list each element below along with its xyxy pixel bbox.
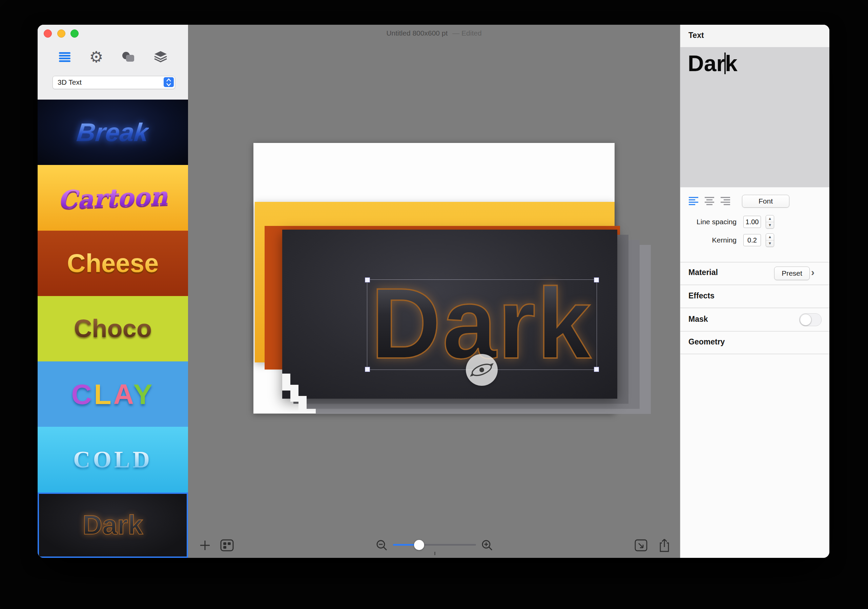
- document-title: Untitled 800x600 pt: [386, 29, 448, 37]
- selection-handle-topleft[interactable]: [365, 277, 370, 282]
- preset-cartoon[interactable]: Cartoon: [37, 165, 188, 230]
- preset-break[interactable]: Break: [37, 99, 188, 165]
- text-cursor: [724, 53, 726, 74]
- line-spacing-input[interactable]: 1.00: [743, 216, 761, 228]
- preset-dark-selected[interactable]: Dark: [37, 493, 188, 558]
- style-dropdown[interactable]: 3D Text: [53, 76, 175, 89]
- preset-list: Break Cartoon Cheese Choco CLAY COLD Dar…: [37, 99, 188, 558]
- preset-cheese-label: Cheese: [67, 250, 158, 276]
- templates-button[interactable]: [220, 538, 234, 553]
- section-divider: [680, 285, 829, 285]
- minimize-window-button[interactable]: [57, 29, 65, 37]
- preset-cold[interactable]: COLD: [37, 427, 188, 492]
- line-spacing-stepper[interactable]: ▲▼: [766, 215, 774, 229]
- share-export-icon[interactable]: [657, 538, 672, 553]
- section-divider: [680, 262, 829, 262]
- inspector-panel: Text Dark: [680, 25, 829, 558]
- resize-canvas-icon[interactable]: [634, 538, 648, 553]
- align-left-icon[interactable]: [688, 196, 699, 206]
- text-edit-area[interactable]: Dark: [680, 47, 829, 187]
- canvas-page-step: [282, 373, 290, 391]
- line-spacing-label: Line spacing: [680, 218, 736, 226]
- zoom-slider[interactable]: [393, 544, 476, 545]
- text-edit-value: Dark: [688, 51, 738, 76]
- selection-handle-bottomright[interactable]: [594, 367, 599, 372]
- preset-choco-label: Choco: [74, 316, 152, 341]
- selection-handle-bottomleft[interactable]: [365, 367, 370, 372]
- kerning-input[interactable]: 0.2: [743, 234, 761, 246]
- style-dropdown-value: 3D Text: [57, 76, 82, 88]
- preset-cartoon-label: Cartoon: [57, 184, 168, 212]
- shapes-icon[interactable]: [121, 50, 136, 64]
- layers-icon[interactable]: [153, 50, 168, 64]
- canvas-page-step: [299, 396, 307, 413]
- preset-break-label: Break: [76, 119, 150, 145]
- section-divider: [680, 353, 829, 354]
- preset-clay[interactable]: CLAY: [37, 361, 188, 427]
- presets-list-icon[interactable]: [57, 50, 72, 64]
- sidebar: ⚙︎ 3D Text: [37, 25, 188, 558]
- inspector-header: Text: [680, 25, 829, 47]
- zoom-slider-knob[interactable]: [414, 540, 424, 550]
- inspector-header-title: Text: [688, 31, 704, 40]
- close-window-button[interactable]: [44, 29, 52, 37]
- align-center-icon[interactable]: [704, 196, 715, 206]
- rotate-3d-control[interactable]: [466, 354, 498, 386]
- kerning-stepper[interactable]: ▲▼: [766, 233, 774, 247]
- align-right-icon[interactable]: [720, 196, 730, 206]
- kerning-label: Kerning: [680, 236, 736, 244]
- document-edited-badge: — Edited: [452, 29, 481, 37]
- preset-dark-label: Dark: [83, 511, 143, 539]
- material-preset-button[interactable]: Preset: [774, 267, 810, 280]
- mask-toggle[interactable]: [799, 313, 822, 326]
- settings-gear-icon[interactable]: ⚙︎: [89, 50, 104, 64]
- zoom-out-icon[interactable]: [374, 538, 389, 553]
- zoom-window-button[interactable]: [70, 29, 79, 37]
- sidebar-header: ⚙︎ 3D Text: [37, 25, 188, 100]
- preset-choco[interactable]: Choco: [37, 296, 188, 361]
- add-object-button[interactable]: [197, 538, 212, 553]
- material-disclosure-chevron-icon[interactable]: ›: [811, 267, 814, 278]
- dropdown-chevrons-icon: [164, 77, 174, 87]
- preset-clay-label: CLAY: [71, 380, 155, 409]
- section-divider: [680, 308, 829, 308]
- app-window: ⚙︎ 3D Text: [37, 25, 829, 558]
- effects-section-label[interactable]: Effects: [688, 291, 715, 301]
- font-button[interactable]: Font: [742, 195, 789, 208]
- preset-cheese[interactable]: Cheese: [37, 231, 188, 296]
- material-section-label: Material: [688, 268, 718, 277]
- zoom-slider-tick: [434, 552, 436, 555]
- preset-cold-label: COLD: [73, 448, 152, 471]
- geometry-section-label[interactable]: Geometry: [688, 337, 725, 347]
- zoom-in-icon[interactable]: [480, 538, 494, 553]
- canvas-page-step: [290, 385, 299, 402]
- rotate-3d-icon: [466, 354, 498, 386]
- window-title: Untitled 800x600 pt — Edited: [188, 29, 680, 37]
- mask-toggle-knob: [800, 314, 811, 325]
- selection-handle-topright[interactable]: [594, 277, 599, 282]
- canvas-area: Untitled 800x600 pt — Edited Dark: [188, 25, 680, 558]
- section-divider: [680, 331, 829, 332]
- mask-section-label: Mask: [688, 315, 708, 324]
